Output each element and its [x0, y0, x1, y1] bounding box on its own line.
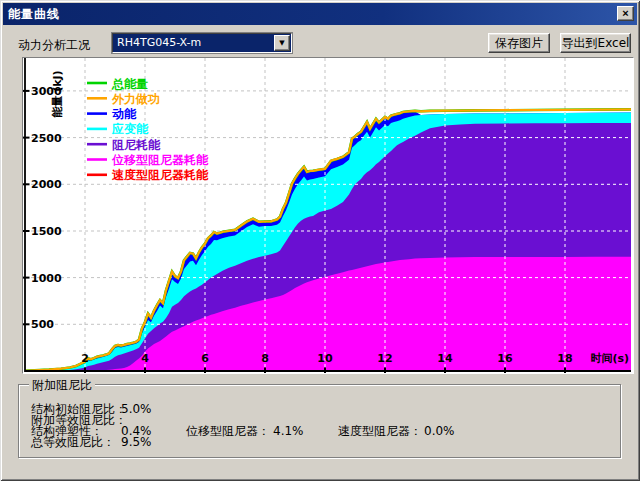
x-axis-label: 时间(s)	[590, 352, 629, 365]
export-excel-button[interactable]: 导出到Excel	[560, 33, 631, 53]
x-tick-label: 16	[497, 352, 513, 365]
window-title: 能量曲线	[3, 6, 60, 23]
legend-label: 应变能	[111, 122, 149, 136]
disp-damper-value: 4.1%	[273, 425, 304, 437]
legend-label: 速度型阻尼器耗能	[111, 168, 209, 182]
x-tick-label: 8	[261, 352, 269, 365]
energy-curve-window: 能量曲线 × 动力分析工况 RH4TG045-X-m ▼ 保存图片 导出到Exc…	[0, 0, 640, 481]
condition-label: 动力分析工况	[18, 37, 90, 54]
condition-select[interactable]: RH4TG045-X-m ▼	[112, 33, 292, 53]
y-axis-label: 能量 (kJ)	[51, 70, 64, 117]
legend-item: 总能量	[87, 77, 148, 91]
damping-groupbox: 附加阻尼比 结构初始阻尼比： 5.0% 附加等效阻尼比： 结构弹塑性： 0.4%…	[18, 384, 621, 458]
condition-selected-value: RH4TG045-X-m	[115, 36, 273, 50]
damping-groupbox-title: 附加阻尼比	[29, 377, 95, 394]
total-damping-value: 9.5%	[121, 436, 152, 448]
y-tick-label: 1000	[31, 272, 62, 285]
save-image-button[interactable]: 保存图片	[488, 33, 550, 53]
vel-damper-value: 0.0%	[424, 425, 455, 437]
disp-damper-label: 位移型阻尼器：	[186, 425, 270, 437]
x-tick-label: 6	[201, 352, 209, 365]
legend: 总能量外力做功动能应变能阻尼耗能位移型阻尼器耗能速度型阻尼器耗能	[87, 77, 209, 183]
legend-label: 阻尼耗能	[112, 138, 161, 152]
close-button[interactable]: ×	[617, 6, 634, 21]
y-tick-label: 1500	[31, 225, 62, 238]
vel-damper-label: 速度型阻尼器：	[338, 425, 422, 437]
energy-chart: 5001000150020002500300024681012141618时间(…	[23, 58, 633, 373]
legend-item: 外力做功	[87, 92, 160, 106]
x-tick-label: 2	[81, 352, 89, 365]
legend-label: 位移型阻尼器耗能	[111, 153, 209, 167]
legend-item: 动能	[87, 107, 137, 121]
x-tick-label: 10	[317, 352, 333, 365]
chart-panel: 5001000150020002500300024681012141618时间(…	[22, 57, 634, 374]
x-tick-label: 14	[437, 352, 453, 365]
y-tick-label: 2500	[31, 132, 62, 145]
x-tick-label: 4	[141, 352, 149, 365]
close-icon: ×	[622, 7, 628, 19]
legend-label: 动能	[112, 107, 137, 121]
legend-label: 总能量	[111, 77, 148, 91]
y-tick-label: 500	[31, 318, 54, 331]
legend-item: 应变能	[87, 122, 149, 136]
x-tick-label: 18	[557, 352, 572, 365]
legend-label: 外力做功	[111, 92, 160, 106]
legend-item: 速度型阻尼器耗能	[87, 168, 209, 182]
y-tick-label: 2000	[31, 178, 62, 191]
x-tick-label: 12	[377, 352, 392, 365]
chevron-down-icon[interactable]: ▼	[274, 35, 290, 51]
title-bar: 能量曲线 ×	[3, 3, 637, 25]
legend-item: 阻尼耗能	[87, 138, 161, 152]
legend-item: 位移型阻尼器耗能	[87, 153, 209, 167]
total-damping-label: 总等效阻尼比：	[31, 436, 115, 448]
